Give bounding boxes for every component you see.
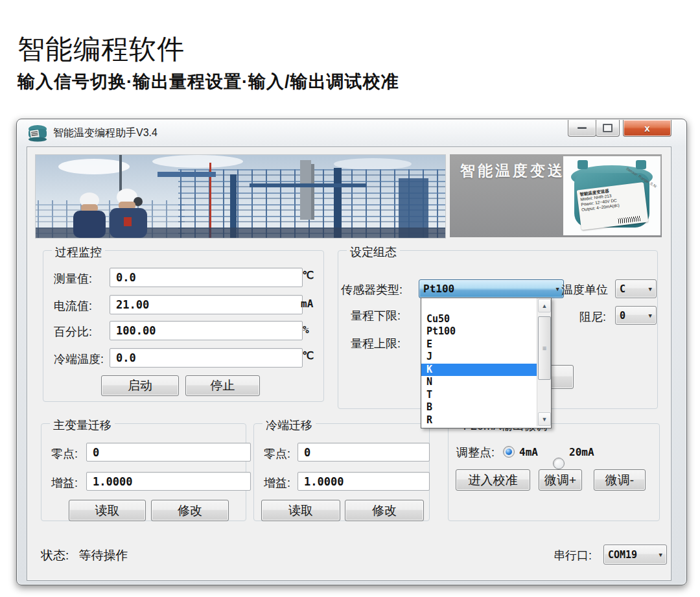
maximize-icon [603, 124, 612, 132]
serial-port-value: COM19 [608, 549, 637, 561]
status-label: 状态: [41, 548, 69, 562]
radio-4ma-label: 4mA [519, 446, 538, 458]
temp-unit-combobox[interactable]: C ▼ [615, 279, 657, 298]
cold-gain-label: 增益: [264, 475, 290, 491]
primary-zero-label: 零点: [51, 446, 78, 462]
adjust-point-label: 调整点: [456, 445, 495, 460]
status-value: 等待操作 [79, 548, 128, 562]
primary-modify-button[interactable]: 修改 [151, 500, 229, 521]
dropdown-item[interactable]: E [421, 338, 537, 351]
device-label: 智能温度变送器 Model: NHR-213 Power: 12~40V DC … [577, 182, 649, 230]
scrollbar-thumb[interactable]: ≡ [538, 316, 551, 380]
cold-read-button[interactable]: 读取 [261, 500, 340, 521]
enter-calibration-button[interactable]: 进入校准 [456, 469, 530, 491]
trim-plus-button[interactable]: 微调+ [539, 469, 582, 491]
close-icon: x [644, 123, 649, 134]
banner-photo [35, 154, 446, 239]
page-title: 智能编程软件 [18, 31, 185, 67]
dropdown-item[interactable]: J [421, 351, 537, 364]
close-button[interactable]: x [623, 120, 671, 137]
sensor-type-label: 传感器类型: [341, 282, 402, 298]
current-value-label: 电流值: [54, 298, 92, 314]
app-icon [27, 124, 49, 142]
primary-zero-field[interactable]: 0 [86, 443, 251, 462]
dropdown-scrollbar[interactable]: ▲ ≡ ▼ [537, 298, 551, 427]
temp-unit-value: C [620, 283, 625, 295]
device-image: 智能温度变送器 Model: NHR-213 Power: 12~40V DC … [563, 156, 660, 235]
current-value-field[interactable]: 21.00 [110, 295, 303, 314]
radio-20ma[interactable] [553, 458, 565, 469]
window-title-bar[interactable]: 智能温变编程助手V3.4 x [17, 119, 686, 146]
damping-value: 0 [620, 310, 625, 322]
measured-value-label: 测量值: [54, 271, 92, 287]
percentage-label: 百分比: [54, 324, 92, 340]
group-primary-migration-title: 主变量迁移 [50, 417, 115, 433]
chevron-down-icon: ▼ [649, 312, 652, 319]
window-title: 智能温变编程助手V3.4 [53, 126, 158, 140]
cold-modify-button[interactable]: 修改 [345, 500, 424, 521]
radio-4ma[interactable] [503, 446, 515, 458]
primary-gain-label: 增益: [51, 475, 78, 491]
serial-port-combobox[interactable]: COM19 ▼ [603, 544, 667, 565]
page: 智能编程软件 输入信号切换·输出量程设置·输入/输出调试校准 智能温变编程助手V… [0, 0, 700, 597]
group-configuration-title: 设定组态 [347, 244, 400, 260]
cold-zero-label: 零点: [264, 446, 290, 462]
temp-unit-label: 温度单位 [561, 282, 608, 298]
device-tab [578, 160, 588, 169]
page-subtitle: 输入信号切换·输出量程设置·输入/输出调试校准 [18, 70, 399, 93]
percentage-unit: % [303, 323, 309, 336]
measured-value-unit: ℃ [302, 269, 314, 281]
dropdown-item[interactable]: Pt100 [421, 325, 537, 338]
minimize-button[interactable] [568, 120, 596, 137]
start-button[interactable]: 启动 [101, 375, 179, 396]
sensor-type-value: Pt100 [423, 283, 454, 295]
serial-port-label: 串行口: [554, 548, 592, 563]
device-tab [636, 160, 646, 169]
scroll-down-icon[interactable]: ▼ [538, 412, 551, 426]
measured-value-field[interactable]: 0.0 [110, 268, 303, 287]
cold-zero-field[interactable]: 0 [298, 443, 430, 462]
dropdown-item[interactable]: T [421, 389, 537, 402]
minimize-icon [578, 127, 587, 129]
range-low-label: 量程下限: [351, 308, 401, 323]
percentage-field[interactable]: 100.00 [110, 321, 303, 340]
cold-gain-field[interactable]: 1.0000 [298, 472, 430, 491]
damping-combobox[interactable]: 0 ▼ [615, 306, 657, 325]
group-process-monitor-title: 过程监控 [52, 244, 105, 260]
status-text: 状态: 等待操作 [41, 547, 128, 564]
dropdown-item[interactable]: R [421, 414, 537, 427]
trim-minus-button[interactable]: 微调- [594, 469, 646, 491]
range-high-label: 量程上限: [351, 336, 401, 351]
group-cold-junction-title: 冷端迁移 [262, 417, 316, 433]
stop-button[interactable]: 停止 [185, 375, 260, 396]
dropdown-item[interactable] [421, 298, 537, 313]
app-window: 智能温变编程助手V3.4 x [16, 119, 687, 585]
cold-junction-temp-field[interactable]: 0.0 [110, 348, 303, 368]
radio-20ma-label: 20mA [569, 446, 594, 458]
cold-junction-temp-label: 冷端温度: [54, 351, 104, 367]
dropdown-item[interactable]: B [421, 401, 537, 414]
primary-read-button[interactable]: 读取 [69, 500, 146, 521]
sensor-type-dropdown-list: Cu50 Pt100 E J K N T B R ▲ ≡ ▼ [421, 298, 552, 428]
dropdown-item[interactable]: N [421, 376, 537, 389]
maximize-button[interactable] [596, 120, 620, 137]
chevron-down-icon: ▼ [556, 286, 559, 292]
sensor-type-combobox[interactable]: Pt100 ▼ [419, 279, 564, 298]
chevron-down-icon: ▼ [649, 286, 652, 292]
chevron-down-icon: ▼ [659, 552, 662, 558]
scroll-up-icon[interactable]: ▲ [538, 299, 551, 312]
dropdown-item[interactable]: Cu50 [421, 313, 537, 326]
cold-junction-temp-unit: ℃ [302, 349, 314, 362]
device-barcode [618, 216, 640, 224]
dropdown-item-selected[interactable]: K [421, 364, 537, 377]
primary-gain-field[interactable]: 1.0000 [86, 472, 251, 491]
damping-label: 阻尼: [579, 309, 606, 325]
current-value-unit: mA [301, 298, 313, 310]
